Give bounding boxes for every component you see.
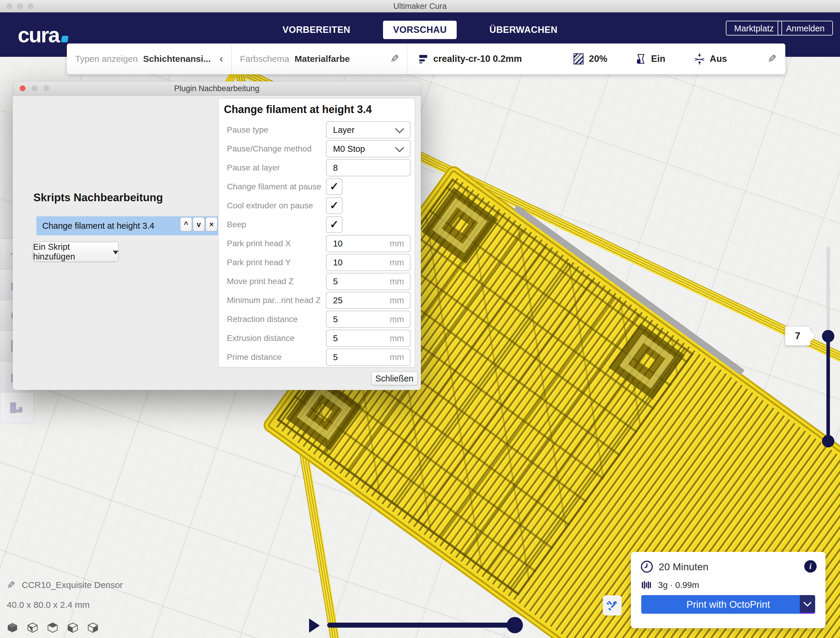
field-row: Park print head X10mm bbox=[219, 235, 415, 252]
field-unit: mm bbox=[390, 274, 404, 290]
field-unit: mm bbox=[390, 236, 404, 252]
move-script-up-button[interactable]: ^ bbox=[180, 217, 192, 231]
toolbar-divider bbox=[231, 43, 232, 74]
chevron-down-icon bbox=[803, 601, 812, 607]
dialog-minimize-button[interactable] bbox=[32, 85, 37, 91]
view-3d-icon[interactable] bbox=[7, 622, 18, 633]
edit-print-settings-icon[interactable]: ✎ bbox=[767, 53, 777, 65]
remove-script-button[interactable]: × bbox=[205, 217, 217, 231]
chevron-down-icon bbox=[395, 127, 404, 134]
field-label: Extrusion distance bbox=[227, 330, 295, 347]
window-title: Ultimaker Cura bbox=[0, 0, 840, 13]
print-with-octoprint-button[interactable]: Print with OctoPrint bbox=[641, 595, 815, 614]
field-input[interactable]: 5mm bbox=[326, 348, 411, 366]
field-input[interactable]: 5mm bbox=[326, 273, 411, 290]
play-button[interactable] bbox=[309, 619, 320, 633]
field-input[interactable]: 5mm bbox=[326, 330, 411, 347]
collapse-chevron-icon[interactable]: ‹ bbox=[219, 53, 223, 65]
field-value: 5 bbox=[333, 277, 338, 286]
support-blocker-button[interactable] bbox=[0, 393, 34, 423]
color-scheme-label: Farbschema bbox=[240, 54, 289, 64]
support-blocker-icon bbox=[9, 399, 25, 416]
material-estimate: 3g · 0.99m bbox=[658, 580, 699, 590]
window-titlebar: Ultimaker Cura bbox=[0, 0, 840, 13]
print-settings-button[interactable] bbox=[603, 595, 622, 616]
printer-profile-value[interactable]: creality-cr-10 0.2mm bbox=[433, 54, 522, 64]
field-label: Prime distance bbox=[227, 348, 281, 366]
field-checkbox[interactable]: ✓ bbox=[326, 179, 343, 195]
info-icon[interactable]: i bbox=[804, 560, 816, 573]
script-item-label: Change filament at height 3.4 bbox=[42, 221, 155, 231]
support-value: Ein bbox=[651, 54, 665, 64]
close-dialog-button[interactable]: Schließen bbox=[371, 372, 418, 385]
clock-icon bbox=[640, 560, 654, 573]
qr-finder-square bbox=[608, 323, 685, 399]
add-script-dropdown[interactable]: Ein Skript hinzufügen bbox=[33, 242, 118, 262]
field-label: Change filament at pause bbox=[227, 178, 321, 195]
field-unit: mm bbox=[390, 311, 404, 327]
view-left-icon[interactable] bbox=[67, 622, 78, 633]
layer-slider-range[interactable] bbox=[826, 336, 830, 442]
field-checkbox[interactable]: ✓ bbox=[326, 216, 343, 233]
marketplace-button[interactable]: Marktplatz bbox=[726, 21, 782, 35]
dialog-zoom-button[interactable] bbox=[43, 85, 49, 91]
view-right-icon[interactable] bbox=[87, 622, 98, 633]
rename-model-icon[interactable]: ✎ bbox=[7, 579, 16, 591]
field-input[interactable]: 8 bbox=[326, 159, 411, 176]
field-row: Pause at layer8 bbox=[219, 159, 415, 176]
field-input[interactable]: 5mm bbox=[326, 311, 411, 328]
field-unit: mm bbox=[390, 292, 404, 308]
layer-slider-lower-handle[interactable] bbox=[822, 435, 834, 447]
view-front-icon[interactable] bbox=[27, 622, 38, 633]
view-orientation-row bbox=[7, 622, 123, 633]
view-type-value[interactable]: Schichtenansi... bbox=[143, 54, 211, 64]
field-select[interactable]: Layer bbox=[326, 121, 411, 138]
field-row: Minimum par...rint head Z25mm bbox=[219, 292, 415, 309]
move-script-down-button[interactable]: v bbox=[193, 217, 205, 231]
field-value: M0 Stop bbox=[333, 144, 365, 154]
field-label: Park print head X bbox=[227, 235, 291, 252]
field-unit: mm bbox=[390, 255, 404, 271]
field-row: Cool extruder on pause✓ bbox=[219, 197, 415, 214]
dialog-titlebar: Plugin Nachbearbeitung bbox=[13, 81, 421, 96]
field-value: 5 bbox=[333, 315, 338, 324]
current-layer-flag: 7 bbox=[785, 326, 810, 346]
view-top-icon[interactable] bbox=[47, 622, 58, 633]
field-value: 10 bbox=[333, 258, 343, 267]
print-output-dropdown[interactable] bbox=[800, 595, 815, 614]
tab-vorbereiten[interactable]: VORBEREITEN bbox=[272, 21, 360, 39]
field-select[interactable]: M0 Stop bbox=[326, 140, 411, 157]
field-input[interactable]: 10mm bbox=[326, 235, 411, 252]
color-scheme-value[interactable]: Materialfarbe bbox=[295, 54, 350, 64]
field-checkbox[interactable]: ✓ bbox=[326, 197, 343, 214]
model-name: CCR10_Exquisite Densor bbox=[22, 580, 123, 590]
path-slider-handle[interactable] bbox=[507, 617, 523, 633]
edit-view-settings-icon[interactable]: ✎ bbox=[390, 53, 399, 65]
field-label: Park print head Y bbox=[227, 254, 291, 271]
dialog-close-button[interactable] bbox=[20, 85, 25, 91]
script-settings-panel: Change filament at height 3.4 Pause type… bbox=[218, 98, 415, 367]
path-slider-track[interactable] bbox=[327, 623, 515, 628]
field-row: Prime distance5mm bbox=[219, 348, 415, 366]
signin-button[interactable]: Anmelden bbox=[778, 21, 833, 35]
field-input[interactable]: 10mm bbox=[326, 254, 411, 271]
layer-slider-upper-handle[interactable] bbox=[822, 330, 834, 342]
model-dimensions: 40.0 x 80.0 x 2.4 mm bbox=[7, 600, 123, 610]
post-processing-dialog: Plugin Nachbearbeitung Skripts Nachbearb… bbox=[13, 81, 421, 390]
hammer-wrench-icon bbox=[606, 599, 619, 612]
field-label: Beep bbox=[227, 216, 246, 233]
adhesion-icon bbox=[693, 53, 706, 65]
field-label: Cool extruder on pause bbox=[227, 197, 313, 214]
tab-vorschau[interactable]: VORSCHAU bbox=[383, 21, 457, 39]
adhesion-value: Aus bbox=[710, 54, 727, 64]
field-value: 5 bbox=[333, 334, 338, 343]
field-label: Retraction distance bbox=[227, 311, 298, 328]
field-value: Layer bbox=[333, 125, 355, 135]
field-label: Pause type bbox=[227, 121, 268, 138]
field-label: Pause at layer bbox=[227, 159, 280, 176]
field-row: Pause typeLayer bbox=[219, 121, 415, 138]
add-script-label: Ein Skript hinzufügen bbox=[33, 242, 110, 261]
field-value: 8 bbox=[333, 163, 338, 173]
field-input[interactable]: 25mm bbox=[326, 292, 411, 309]
tab-ueberwachen[interactable]: ÜBERWACHEN bbox=[480, 21, 568, 39]
